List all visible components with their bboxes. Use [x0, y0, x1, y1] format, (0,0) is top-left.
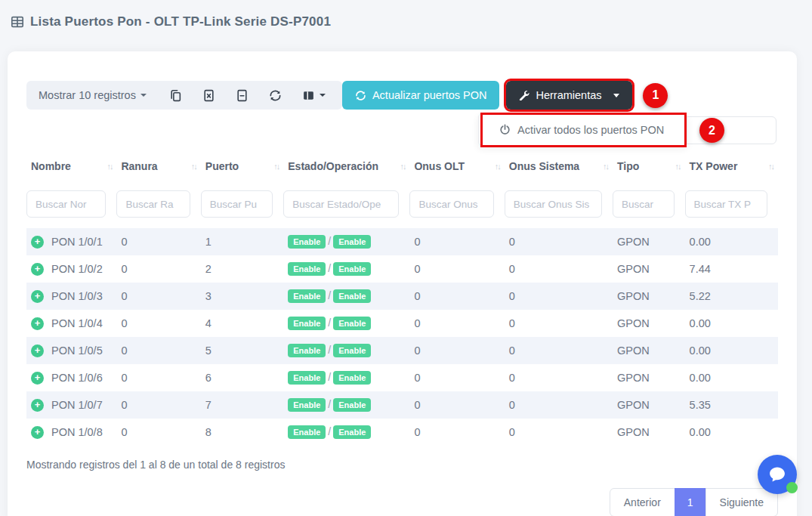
file-export-icon[interactable]: [236, 89, 249, 102]
table-row: + PON 1/0/6 0 6 Enable/Enable 0 0 GPON 0…: [26, 364, 778, 391]
onus-sistema-value: 0: [505, 364, 613, 391]
show-entries-dropdown[interactable]: Mostrar 10 registros: [39, 89, 147, 101]
estado-badge: Enable: [288, 425, 326, 439]
port-name: PON 1/0/1: [51, 236, 103, 248]
filter-tipo-input[interactable]: [613, 190, 675, 218]
filter-onus-olt-input[interactable]: [409, 190, 493, 218]
operacion-badge: Enable: [333, 289, 371, 303]
column-visibility-icon[interactable]: [302, 89, 326, 102]
sort-icon[interactable]: ↑↓: [768, 160, 773, 171]
excel-export-icon[interactable]: [202, 89, 215, 102]
port-name: PON 1/0/6: [51, 372, 103, 384]
sort-icon[interactable]: ↑↓: [603, 160, 608, 171]
chat-bubble-icon: [767, 465, 787, 484]
sort-icon[interactable]: ↑↓: [273, 160, 279, 171]
column-header-estado-operacion[interactable]: Estado/Operación↑↓: [283, 159, 409, 190]
pagination: Anterior 1 Siguiente: [610, 488, 778, 516]
onus-olt-value: 0: [409, 310, 504, 337]
tipo-value: GPON: [613, 337, 685, 364]
activate-all-pon-ports-menu-item[interactable]: Activar todos los puertos PON: [479, 114, 687, 145]
column-header-tipo[interactable]: Tipo↑↓: [613, 159, 685, 190]
table-row: + PON 1/0/8 0 8 Enable/Enable 0 0 GPON 0…: [26, 419, 778, 446]
operacion-badge: Enable: [333, 317, 371, 330]
table-row: + PON 1/0/1 0 1 Enable/Enable 0 0 GPON 0…: [26, 228, 778, 255]
page-header: Lista Puertos Pon - OLT TP-Link Serie DS…: [0, 0, 812, 44]
column-header-nombre[interactable]: Nombre↑↓: [26, 159, 116, 190]
table-body: + PON 1/0/1 0 1 Enable/Enable 0 0 GPON 0…: [26, 228, 778, 446]
filter-estado-input[interactable]: [283, 190, 399, 218]
table-grid-icon: [11, 15, 24, 29]
tipo-value: GPON: [613, 310, 685, 337]
filter-nombre-input[interactable]: [26, 190, 106, 218]
power-icon: [499, 124, 511, 135]
onus-sistema-value: 0: [505, 228, 613, 255]
filter-tx-power-input[interactable]: [685, 190, 767, 218]
expand-row-button[interactable]: +: [31, 317, 44, 330]
next-page-button[interactable]: Siguiente: [705, 488, 778, 516]
sort-icon[interactable]: ↑↓: [495, 160, 500, 171]
onus-olt-value: 0: [409, 391, 504, 419]
sort-icon[interactable]: ↑↓: [107, 160, 112, 171]
previous-page-button[interactable]: Anterior: [610, 488, 675, 516]
ranura-value: 0: [116, 310, 200, 337]
tipo-value: GPON: [613, 255, 685, 283]
puerto-value: 5: [201, 337, 283, 364]
column-header-onus-olt[interactable]: Onus OLT↑↓: [409, 159, 504, 190]
puerto-value: 7: [201, 391, 283, 419]
sort-icon[interactable]: ↑↓: [191, 160, 196, 171]
column-header-ranura[interactable]: Ranura↑↓: [116, 159, 200, 190]
expand-row-button[interactable]: +: [31, 345, 44, 357]
onus-olt-value: 0: [409, 228, 504, 255]
tx-power-value: 5.35: [685, 391, 778, 419]
sort-icon[interactable]: ↑↓: [400, 160, 405, 171]
tipo-value: GPON: [613, 391, 685, 419]
column-header-tx-power[interactable]: TX Power↑↓: [685, 159, 778, 190]
tx-power-value: 0.00: [685, 337, 778, 364]
filter-puerto-input[interactable]: [201, 190, 273, 218]
activate-all-pon-ports-label: Activar todos los puertos PON: [517, 124, 664, 136]
expand-row-button[interactable]: +: [31, 236, 44, 249]
tx-power-value: 0.00: [685, 419, 778, 446]
puerto-value: 3: [201, 283, 283, 310]
update-pon-ports-button[interactable]: Actualizar puertos PON: [342, 81, 500, 110]
expand-row-button[interactable]: +: [31, 399, 44, 412]
chat-widget-button[interactable]: [758, 455, 797, 494]
tools-dropdown-menu: Activar todos los puertos PON: [478, 113, 687, 146]
datatable-controls: Mostrar 10 registros: [26, 81, 342, 110]
table-toolbar: Mostrar 10 registros: [26, 81, 668, 110]
records-summary: Mostrando registros del 1 al 8 de un tot…: [26, 459, 778, 471]
expand-row-button[interactable]: +: [31, 290, 44, 303]
port-name: PON 1/0/4: [51, 317, 103, 329]
onus-olt-value: 0: [409, 337, 504, 364]
sort-icon[interactable]: ↑↓: [675, 160, 681, 171]
ranura-value: 0: [116, 283, 200, 310]
onus-sistema-value: 0: [505, 391, 613, 419]
badge-separator: /: [328, 262, 331, 274]
tools-dropdown-button[interactable]: Herramientas: [506, 81, 632, 110]
expand-row-button[interactable]: +: [31, 426, 44, 439]
table-row: + PON 1/0/5 0 5 Enable/Enable 0 0 GPON 0…: [26, 337, 778, 364]
badge-separator: /: [328, 425, 331, 437]
estado-badge: Enable: [288, 398, 326, 412]
filter-ranura-input[interactable]: [116, 190, 190, 218]
puerto-value: 6: [201, 364, 283, 391]
puerto-value: 2: [201, 255, 283, 283]
table-filter-row: [26, 190, 778, 228]
onus-olt-value: 0: [409, 364, 504, 391]
puerto-value: 8: [201, 419, 283, 446]
refresh-icon[interactable]: [269, 89, 282, 102]
copy-icon[interactable]: [169, 89, 182, 102]
table-row: + PON 1/0/4 0 4 Enable/Enable 0 0 GPON 0…: [26, 310, 778, 337]
expand-row-button[interactable]: +: [31, 263, 44, 276]
estado-badge: Enable: [288, 317, 326, 330]
column-header-onus-sistema[interactable]: Onus Sistema↑↓: [505, 159, 613, 190]
estado-badge: Enable: [288, 371, 326, 385]
operacion-badge: Enable: [333, 235, 371, 249]
page-1-button[interactable]: 1: [675, 488, 706, 516]
column-header-puerto[interactable]: Puerto↑↓: [201, 159, 283, 190]
ranura-value: 0: [116, 337, 200, 364]
pon-ports-table: Nombre↑↓ Ranura↑↓ Puerto↑↓ Estado/Operac…: [26, 159, 778, 471]
filter-onus-sistema-input[interactable]: [505, 190, 602, 218]
tools-button-label: Herramientas: [536, 89, 601, 101]
expand-row-button[interactable]: +: [31, 372, 44, 385]
